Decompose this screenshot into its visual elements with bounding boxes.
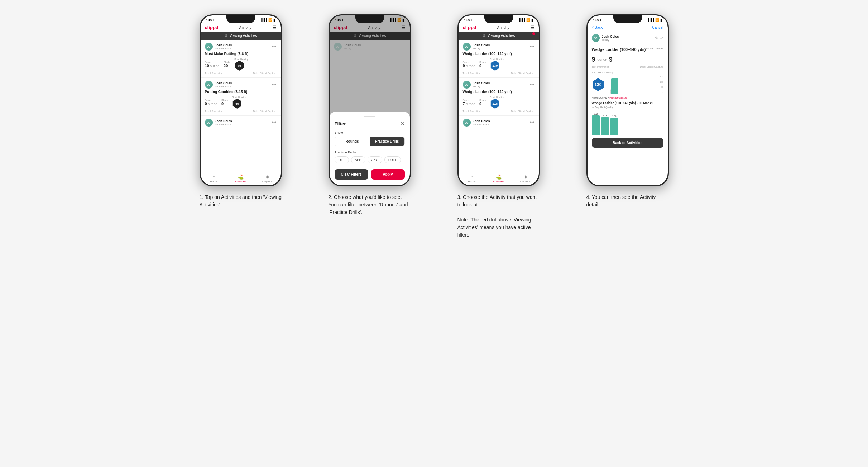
out-of-label-4: OUT OF [598,58,607,61]
close-btn-2[interactable]: ✕ [401,121,405,127]
more-btn-3-2[interactable]: ••• [530,120,534,125]
nav-home-3[interactable]: ⌂ Home [459,173,485,184]
wifi-icon-3: 🛜 [526,18,530,22]
activity-title-3-0: Wedge Ladder (100–140 yds) [463,52,534,56]
red-dot-3 [532,32,535,35]
brand-1: clippd [205,25,219,30]
phone-notch-2 [355,15,384,23]
card-footer-3-1: Test Information Data: Clippd Capture [463,110,534,113]
activity-card-1-0: JC Josh Coles 28 Feb 2023 ••• Must Make … [201,40,281,78]
brand-3: clippd [463,25,476,30]
viewing-bar-1[interactable]: ⚙ Viewing Activities [201,32,281,40]
modal-actions-2: Clear Filters Apply [335,169,405,180]
activity-card-3-0[interactable]: JC Josh Coles Today ••• Wedge Ladder (10… [459,40,539,78]
modal-sheet-2: Filter ✕ Show Rounds Practice Drills Pra… [330,112,410,185]
user-date-3-1: Today [473,85,490,88]
app-header-1: clippd Activity ☰ [201,23,281,32]
nav-capture-1[interactable]: ⊕ Capture [254,173,281,184]
practice-drills-label: Practice Drills [335,151,405,154]
phone-notch-1 [226,15,255,23]
modal-overlay-2: Filter ✕ Show Rounds Practice Drills Pra… [330,15,410,185]
activity-card-1-1: JC Josh Coles 28 Feb 2023 ••• Putting Co… [201,78,281,116]
stat-score-3-0: Score 9OUT OF [463,61,475,68]
player-activity-4: Player Activity › Practice Session [592,96,663,99]
stat-quality-1-1: Shot Quality 45 [232,96,246,109]
filter-icon-1: ⚙ [224,34,227,38]
tag-app[interactable]: APP [351,156,365,163]
user-date-1-1: 28 Feb 2023 [215,85,232,88]
activity-title-3-1: Wedge Ladder (100–140 yds) [463,90,534,94]
user-name-1-2: Josh Coles [215,119,232,123]
more-btn-1-1[interactable]: ••• [272,82,277,87]
quality-row-4: 130 130 100 50 0 [592,76,663,94]
data-source-4: Data: Clippd Capture [640,66,663,68]
status-time-1: 13:20 [206,18,215,22]
wifi-icon: 🛜 [268,18,272,22]
stats-row-3-0: Score 9OUT OF Shots 9 Shot Quality 130 [463,58,534,71]
back-to-activities-btn[interactable]: Back to Activities [592,138,663,148]
avatar-1-2: JC [205,119,213,127]
toggle-group-2: Rounds Practice Drills [335,137,405,146]
player-activity-link-4[interactable]: Practice Session [609,96,628,99]
nav-home-1[interactable]: ⌂ Home [201,173,227,184]
stat-score-3-1: Score 7OUT OF [463,99,475,106]
status-icons-4: ▐▐▐ 🛜 ▮ [647,18,662,22]
status-icons-3: ▐▐▐ 🛜 ▮ [518,18,533,22]
nav-capture-3[interactable]: ⊕ Capture [512,173,539,184]
more-btn-3-1[interactable]: ••• [530,82,534,87]
caption-2: 2. Choose what you'd like to see. You ca… [329,194,411,216]
more-btn-1-2[interactable]: ••• [272,120,277,125]
stats-row-1-1: Score 0OUT OF Shots 9 Shot Quality 45 [205,96,277,109]
hamburger-icon-3[interactable]: ☰ [530,25,534,30]
detail-user-date-4: Today [602,38,619,42]
more-btn-3-0[interactable]: ••• [530,44,534,49]
user-date-3-0: Today [473,47,490,50]
avatar-3-2: JC [463,119,471,127]
expand-icon-4[interactable]: ⤢ [660,35,663,40]
status-icons-1: ▐▐▐ 🛜 ▮ [260,18,275,22]
activity-card-3-1[interactable]: JC Josh Coles Today ••• Wedge Ladder (10… [459,78,539,116]
test-info-4: Test Information [592,66,610,68]
nav-activities-1[interactable]: ⛳ Activities [227,173,254,184]
user-name-1-1: Josh Coles [215,81,232,85]
card-footer-1-0: Test Information Data: Clippd Capture [205,72,277,75]
wifi-icon-4: 🛜 [655,18,659,22]
nav-activities-3[interactable]: ⛳ Activities [485,173,512,184]
show-section-label: Show [335,131,405,134]
stat-shots-3-1: Shots 9 [479,99,486,106]
stat-quality-1-0: Shot Quality 75 [234,58,248,71]
user-info-3-1: JC Josh Coles Today [463,81,490,89]
viewing-bar-3[interactable]: ⚙ Viewing Activities [459,32,539,40]
stat-shots-1-0: Shots 20 [224,61,230,68]
tag-putt[interactable]: PUTT [384,156,401,163]
toggle-practice-drills[interactable]: Practice Drills [370,137,404,146]
phone-4: 13:21 ▐▐▐ 🛜 ▮ < Back Cancel JC [586,14,669,186]
detail-score-4: 9 [592,56,595,63]
apply-btn[interactable]: Apply [371,169,405,180]
user-info-1-2: JC Josh Coles 28 Feb 2023 [205,119,232,127]
detail-user-name-4: Josh Coles [602,35,619,38]
info-row-4: Test Information Data: Clippd Capture [592,66,663,68]
home-icon-3: ⌂ [470,174,473,180]
header-title-3: Activity [497,25,509,30]
more-btn-1-0[interactable]: ••• [272,44,277,49]
edit-icon-4[interactable]: ✎ [655,35,658,40]
clear-filters-btn[interactable]: Clear Filters [335,169,368,180]
hamburger-icon-1[interactable]: ☰ [272,25,277,30]
tag-arg[interactable]: ARG [368,156,383,163]
activity-title-1-1: Putting Combine (3-15 ft) [205,90,277,94]
phone-notch-4 [613,15,642,23]
toggle-rounds[interactable]: Rounds [335,137,370,146]
caption-1: 1. Tap on Activities and then 'Viewing A… [200,194,282,209]
cancel-button-4[interactable]: Cancel [652,25,663,29]
modal-header-2: Filter ✕ [335,121,405,127]
battery-icon-3: ▮ [531,18,533,22]
modal-handle [364,116,375,117]
bottom-nav-3: ⌂ Home ⛳ Activities ⊕ Capture [459,172,539,185]
modal-title-2: Filter [335,121,346,127]
tag-ott[interactable]: OTT [335,156,349,163]
back-button-4[interactable]: < Back [592,25,603,29]
phone-column-4: 13:21 ▐▐▐ 🛜 ▮ < Back Cancel JC [570,14,685,209]
user-name-3-0: Josh Coles [473,43,490,47]
user-name-1-0: Josh Coles [215,43,232,47]
